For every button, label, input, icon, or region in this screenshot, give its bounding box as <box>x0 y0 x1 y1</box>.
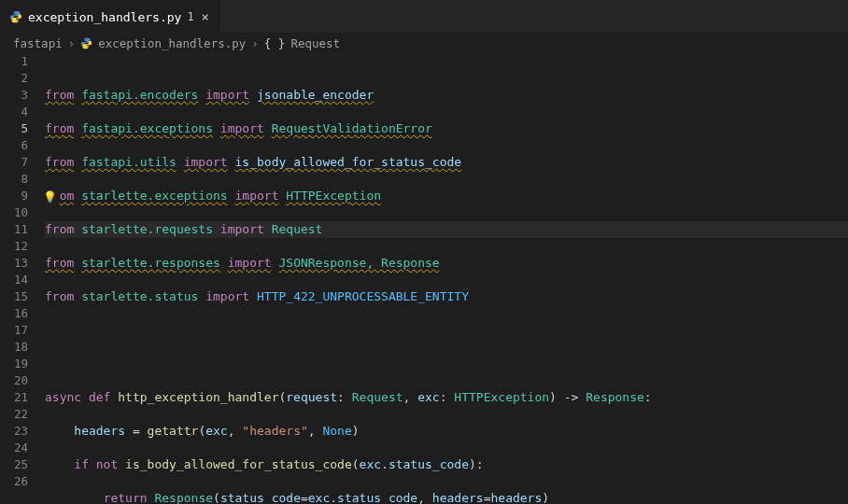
code-line: async def http_exception_handler(request… <box>45 389 848 406</box>
code-line: headers = getattr(exc, "headers", None) <box>45 423 848 440</box>
code-line <box>45 322 848 339</box>
line-number: 5 <box>0 120 28 137</box>
line-number: 23 <box>0 423 28 440</box>
line-number: 21 <box>0 389 28 406</box>
line-number: 10 <box>0 204 28 221</box>
vertical-scrollbar[interactable] <box>837 53 848 504</box>
code-line: from fastapi.exceptions import RequestVa… <box>45 120 848 137</box>
line-number: 24 <box>0 440 28 456</box>
line-number: 25 <box>0 456 28 473</box>
code-line: if not is_body_allowed_for_status_code(e… <box>45 456 848 473</box>
braces-icon: { } <box>264 36 286 50</box>
line-number: 6 <box>0 137 28 154</box>
line-number: 14 <box>0 272 28 288</box>
chevron-right-icon: › <box>68 36 76 50</box>
line-number: 3 <box>0 87 28 104</box>
code-line: return Response(status_code=exc.status_c… <box>45 490 848 504</box>
line-number: 8 <box>0 171 28 188</box>
line-number: 17 <box>0 322 28 339</box>
line-number: 20 <box>0 372 28 389</box>
code-line: from fastapi.encoders import jsonable_en… <box>45 87 848 104</box>
line-number: 16 <box>0 305 28 322</box>
breadcrumb: fastapi › exception_handlers.py › { } Re… <box>0 33 848 53</box>
code-line <box>45 356 848 372</box>
line-number: 1 <box>0 53 28 70</box>
line-number: 12 <box>0 238 28 255</box>
line-number: 11 <box>0 221 28 238</box>
line-number: 15 <box>0 288 28 305</box>
code-line: from starlette.requests import Request <box>45 221 848 238</box>
editor[interactable]: 1234567891011121314151617181920212223242… <box>0 53 848 504</box>
line-number: 9 <box>0 188 28 204</box>
line-number: 22 <box>0 406 28 423</box>
line-number: 18 <box>0 339 28 356</box>
breadcrumb-item-symbol[interactable]: Request <box>290 36 340 50</box>
breadcrumb-item-file[interactable]: exception_handlers.py <box>98 36 246 50</box>
line-number: 19 <box>0 356 28 372</box>
line-number: 7 <box>0 154 28 171</box>
python-file-icon <box>9 10 22 23</box>
code-line: 💡 om starlette.exceptions import HTTPExc… <box>45 188 848 204</box>
line-number: 2 <box>0 70 28 87</box>
tab-filename: exception_handlers.py <box>28 10 181 24</box>
close-icon[interactable]: × <box>200 9 211 24</box>
python-file-icon <box>80 37 92 49</box>
line-number: 4 <box>0 104 28 120</box>
line-number-gutter: 1234567891011121314151617181920212223242… <box>0 53 45 504</box>
chevron-right-icon: › <box>251 36 259 50</box>
lightbulb-icon[interactable]: 💡 <box>43 189 57 205</box>
tab-modified-badge: 1 <box>187 10 193 23</box>
tab-exception-handlers[interactable]: exception_handlers.py 1 × <box>0 0 220 33</box>
code-line: from starlette.responses import JSONResp… <box>45 255 848 272</box>
breadcrumb-item-folder[interactable]: fastapi <box>13 36 63 50</box>
line-number: 26 <box>0 473 28 490</box>
code-line: from starlette.status import HTTP_422_UN… <box>45 288 848 305</box>
tab-bar: exception_handlers.py 1 × <box>0 0 848 33</box>
code-area[interactable]: from fastapi.encoders import jsonable_en… <box>45 53 848 504</box>
code-line: from fastapi.utils import is_body_allowe… <box>45 154 848 171</box>
line-number: 13 <box>0 255 28 272</box>
